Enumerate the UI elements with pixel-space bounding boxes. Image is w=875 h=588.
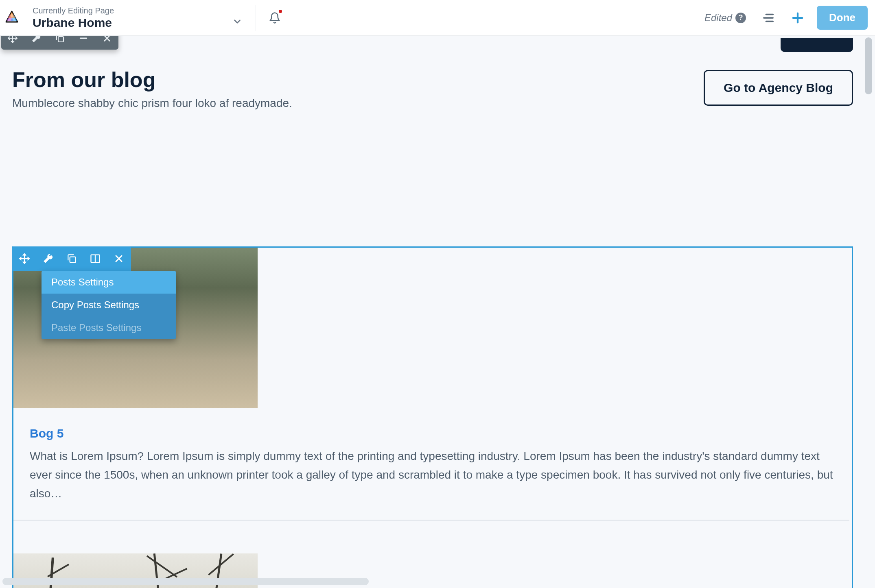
svg-rect-13 <box>70 257 76 263</box>
posts-module[interactable]: Posts Settings Copy Posts Settings Paste… <box>12 246 853 588</box>
vertical-scroll-thumb[interactable] <box>865 37 872 94</box>
offscreen-cta-fragment <box>781 38 853 52</box>
divider <box>256 5 256 31</box>
chevron-down-icon[interactable] <box>232 16 243 27</box>
page-name: Urbane Home <box>33 15 220 30</box>
dropdown-item-copy-settings[interactable]: Copy Posts Settings <box>42 294 176 316</box>
dropdown-item-posts-settings[interactable]: Posts Settings <box>42 271 176 294</box>
module-toolbar <box>12 246 131 271</box>
page-selector[interactable]: Currently Editing Page Urbane Home <box>33 6 244 30</box>
done-button[interactable]: Done <box>817 6 868 30</box>
dropdown-item-paste-settings: Paste Posts Settings <box>42 316 176 339</box>
notifications-button[interactable] <box>267 11 282 25</box>
post-title-link[interactable]: Bog 5 <box>30 427 833 440</box>
outline-panel-button[interactable] <box>761 11 775 25</box>
duplicate-icon[interactable] <box>65 253 78 264</box>
wrench-icon[interactable] <box>42 253 55 264</box>
bell-icon <box>269 12 281 24</box>
notification-dot-icon <box>279 10 282 13</box>
blog-section-header: From our blog Mumblecore shabby chic pri… <box>12 68 863 110</box>
settings-dropdown: Posts Settings Copy Posts Settings Paste… <box>42 271 176 339</box>
horizontal-scroll-thumb[interactable] <box>2 578 369 585</box>
move-icon[interactable] <box>18 253 31 264</box>
horizontal-scrollbar[interactable] <box>0 577 875 586</box>
post-body: Bog 5 What is Lorem Ipsum? Lorem Ipsum i… <box>13 408 849 521</box>
help-icon[interactable]: ? <box>735 13 746 23</box>
post-excerpt: What is Lorem Ipsum? Lorem Ipsum is simp… <box>30 447 833 503</box>
go-to-blog-button[interactable]: Go to Agency Blog <box>704 70 853 106</box>
app-logo <box>3 9 20 26</box>
vertical-scrollbar[interactable] <box>864 37 873 572</box>
close-icon[interactable] <box>112 254 125 264</box>
columns-icon[interactable] <box>89 253 102 264</box>
editing-page-label: Currently Editing Page <box>33 6 220 15</box>
svg-rect-7 <box>58 37 63 42</box>
edited-status: Edited <box>704 12 732 24</box>
editor-topbar: Currently Editing Page Urbane Home Edite… <box>0 0 875 36</box>
page-canvas: From our blog Mumblecore shabby chic pri… <box>0 36 875 588</box>
add-element-button[interactable] <box>791 11 805 25</box>
